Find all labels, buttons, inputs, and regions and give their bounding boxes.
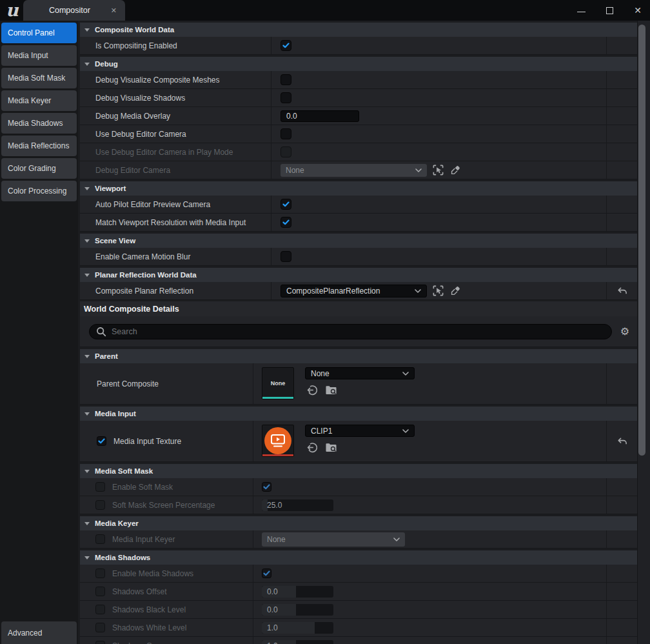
browse-asset-icon[interactable] [325,384,337,396]
property-row: Media Input KeyerNone [80,530,637,548]
value-checkbox[interactable] [281,199,291,210]
section-header[interactable]: Scene View [80,234,637,248]
sidebar-item[interactable]: Media Soft Mask [1,68,77,88]
section-header[interactable]: Media Keyer [80,516,637,530]
property-label: Enable Media Shadows [112,569,193,578]
reset-cell [607,107,637,125]
pick-actor-icon[interactable] [432,164,444,176]
section-header[interactable]: Media Shadows [80,550,637,565]
maximize-button[interactable] [605,6,614,15]
sidebar-item[interactable]: Color Grading [1,158,77,179]
value-checkbox[interactable] [281,251,291,262]
property-value-cell [271,71,607,88]
reset-cell [607,125,637,143]
minimize-button[interactable] [576,6,586,15]
dropdown[interactable]: None [281,164,427,177]
unreal-engine-logo-icon: u [3,1,23,20]
value-checkbox[interactable] [281,217,291,228]
section-header[interactable]: Viewport [80,181,637,196]
property-label: Soft Mask Screen Percentage [112,501,215,510]
search-row: Search ⚙ [80,316,637,347]
collapse-arrow-icon[interactable] [84,187,90,190]
section-header[interactable]: Composite World Data [80,23,637,37]
collapse-arrow-icon[interactable] [84,28,90,32]
value-checkbox[interactable] [262,482,271,492]
value-checkbox[interactable] [281,40,291,51]
collapse-arrow-icon[interactable] [84,274,90,277]
edit-condition-checkbox[interactable] [95,500,105,510]
reset-cell [607,478,637,496]
section-header[interactable]: Media Soft Mask [80,464,637,478]
pick-actor-icon[interactable] [432,285,444,297]
collapse-arrow-icon[interactable] [84,412,90,416]
edit-condition-checkbox[interactable] [95,641,105,644]
property-value-cell [271,125,607,143]
sidebar-item[interactable]: Media Reflections [1,136,77,156]
number-input[interactable]: 0.0 [262,586,333,598]
dropdown[interactable]: None [262,532,405,547]
property-row: Shadows White Level1.0 [80,619,637,637]
property-row: Debug Media Overlay0.0 [80,107,637,125]
asset-thumbnail[interactable]: None [262,367,294,399]
collapse-arrow-icon[interactable] [84,63,90,66]
property-label-cell: Shadows Offset [80,583,253,600]
tab-close-icon[interactable]: ✕ [111,6,117,15]
dropdown-value: None [267,535,286,544]
settings-gear-icon[interactable]: ⚙ [618,325,632,337]
edit-condition-checkbox[interactable] [95,605,105,614]
search-input[interactable]: Search [89,324,612,339]
edit-condition-checkbox[interactable] [95,534,105,544]
reset-icon[interactable] [616,287,627,296]
collapse-arrow-icon[interactable] [84,522,90,525]
property-label: Use Debug Editor Camera [95,130,186,139]
value-checkbox[interactable] [281,92,291,103]
edit-condition-checkbox[interactable] [95,569,105,578]
asset-dropdown[interactable]: CLIP1 [305,425,415,437]
collapse-arrow-icon[interactable] [84,239,90,243]
property-label-cell: Use Debug Editor Camera [80,125,271,143]
value-checkbox[interactable] [281,146,291,157]
use-asset-icon[interactable] [306,441,319,454]
collapse-arrow-icon[interactable] [84,470,90,473]
collapse-arrow-icon[interactable] [84,355,90,358]
sidebar-item[interactable]: Media Input [1,45,77,66]
browse-asset-icon[interactable] [325,441,337,454]
number-input[interactable]: 1.0 [262,640,333,644]
scrollbar-thumb[interactable] [638,25,645,456]
sidebar-item[interactable]: Media Shadows [1,113,77,134]
property-label-cell: Debug Media Overlay [80,107,271,125]
use-asset-icon[interactable] [306,384,319,396]
number-input[interactable]: 0.0 [281,110,359,122]
section-header[interactable]: Debug [80,57,637,71]
section-header[interactable]: Media Input [80,407,637,421]
dropdown-value: None [286,166,304,175]
eyedropper-icon[interactable] [449,285,461,297]
number-input[interactable]: 25.0 [262,499,333,511]
number-input[interactable]: 0.0 [262,604,333,616]
section-header[interactable]: Parent [80,349,637,363]
asset-thumbnail[interactable] [262,425,294,457]
eyedropper-icon[interactable] [449,165,461,176]
edit-condition-checkbox[interactable] [95,587,105,596]
sidebar-item[interactable]: Color Processing [1,181,77,201]
tab-compositor[interactable]: Compositor ✕ [23,0,125,21]
sidebar-item-advanced[interactable]: Advanced [1,621,77,644]
dropdown[interactable]: CompositePlanarReflection [281,285,427,297]
edit-condition-checkbox[interactable] [95,623,105,632]
value-checkbox[interactable] [262,569,271,578]
scrollbar-track[interactable] [637,21,650,644]
edit-condition-checkbox[interactable] [95,482,105,492]
property-value-cell [271,143,607,161]
asset-dropdown[interactable]: None [305,367,415,379]
number-input[interactable]: 1.0 [262,622,333,634]
reset-icon[interactable] [616,437,627,446]
section-header[interactable]: Planar Reflection World Data [80,268,637,282]
value-checkbox[interactable] [281,74,291,85]
collapse-arrow-icon[interactable] [84,556,90,559]
value-checkbox[interactable] [281,128,291,139]
sidebar-item[interactable]: Media Keyer [1,90,77,111]
edit-condition-checkbox[interactable] [97,436,106,446]
close-button[interactable]: ✕ [633,6,642,15]
property-label-cell: Media Input Keyer [80,530,253,548]
sidebar-item[interactable]: Control Panel [1,23,77,43]
